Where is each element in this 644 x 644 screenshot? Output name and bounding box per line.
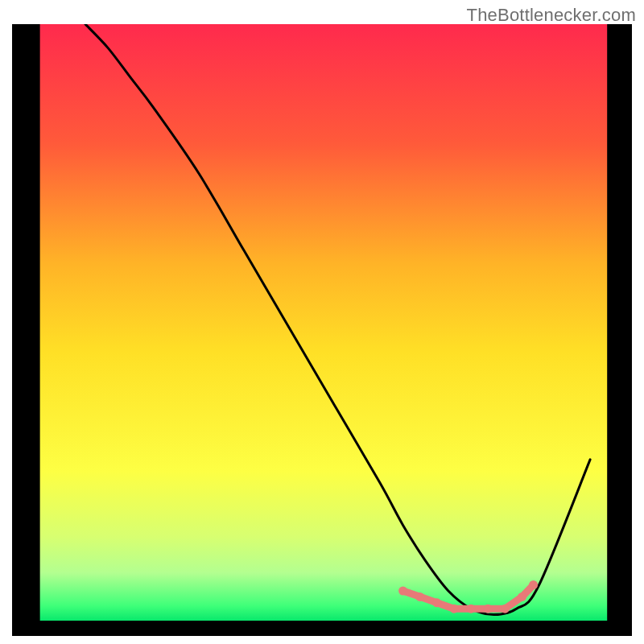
highlight-dot <box>415 592 424 601</box>
highlight-dot <box>467 605 476 613</box>
highlight-dot <box>398 587 407 596</box>
plot-gradient-rect <box>40 24 608 621</box>
highlight-dot <box>484 605 493 613</box>
chart-plot-area <box>12 24 632 636</box>
watermark-text: TheBottlenecker.com <box>467 5 636 26</box>
highlight-dot <box>432 598 441 607</box>
highlight-dot <box>518 592 526 601</box>
chart-svg <box>12 24 632 636</box>
highlight-dot <box>450 605 459 613</box>
highlight-dot <box>529 580 538 589</box>
highlight-dot <box>501 605 510 613</box>
